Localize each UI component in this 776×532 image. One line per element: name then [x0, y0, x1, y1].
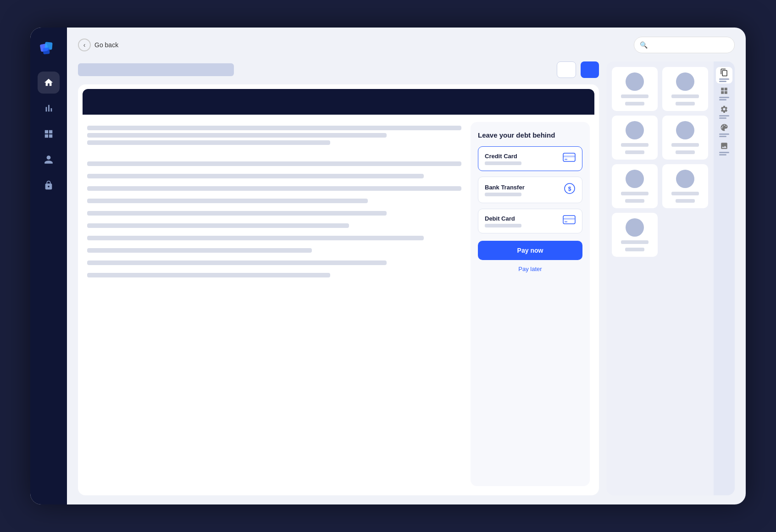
grid-line: [676, 102, 695, 105]
text-content: [87, 122, 461, 486]
toolbar-copy-button[interactable]: [716, 67, 732, 83]
svg-text:$: $: [568, 186, 571, 192]
screen: ‹ Go back 🔍: [30, 28, 746, 504]
text-line: [87, 260, 387, 265]
main-card: Leave your debt behind Credit Card: [78, 84, 599, 495]
breadcrumb-bar: [78, 61, 599, 78]
text-line: [87, 186, 461, 191]
grid-area: [606, 61, 714, 495]
grid-line: [671, 94, 699, 98]
text-line: [87, 174, 424, 178]
credit-card-info: Credit Card: [485, 153, 521, 165]
left-panel: Leave your debt behind Credit Card: [78, 61, 599, 495]
grid-line: [621, 94, 649, 98]
credit-card-name: Credit Card: [485, 153, 521, 160]
grid-card: [612, 67, 658, 111]
avatar: [676, 121, 694, 139]
payment-panel: Leave your debt behind Credit Card: [471, 122, 590, 486]
logo: [39, 39, 59, 59]
top-bar: ‹ Go back 🔍: [78, 37, 735, 53]
back-arrow-icon: ‹: [78, 39, 91, 51]
sidebar-item-lock[interactable]: [38, 174, 60, 196]
sidebar-item-user[interactable]: [38, 149, 60, 171]
secondary-action-button[interactable]: [557, 61, 576, 78]
right-panel: [606, 61, 735, 495]
svg-rect-4: [563, 155, 575, 157]
right-toolbar: [714, 61, 735, 495]
bank-transfer-option[interactable]: Bank Transfer $: [478, 177, 582, 203]
content-row: Leave your debt behind Credit Card: [78, 61, 735, 495]
credit-card-option[interactable]: Credit Card: [478, 146, 582, 171]
grid-line: [621, 240, 649, 244]
svg-rect-5: [565, 159, 567, 160]
debit-card-icon: [563, 215, 576, 227]
primary-action-button[interactable]: [581, 61, 599, 78]
sidebar-item-home[interactable]: [38, 72, 60, 94]
credit-card-icon: [563, 152, 576, 165]
grid-card: [662, 67, 708, 111]
search-bar[interactable]: 🔍: [634, 37, 735, 53]
text-line: [87, 248, 312, 253]
toolbar-grid-view-button[interactable]: [716, 85, 732, 102]
avatar: [626, 72, 644, 91]
grid-line: [621, 143, 649, 147]
avatar: [676, 170, 694, 188]
bank-transfer-sub: [485, 193, 521, 196]
text-line: [87, 133, 387, 138]
debit-card-info: Debit Card: [485, 215, 521, 227]
sidebar-item-grid[interactable]: [38, 123, 60, 145]
breadcrumb: [78, 63, 234, 76]
text-line: [87, 211, 387, 216]
avatar: [626, 121, 644, 139]
bank-transfer-icon: $: [564, 183, 576, 197]
avatar: [626, 218, 644, 237]
grid-line: [671, 143, 699, 147]
grid-line: [625, 248, 644, 251]
debit-card-option[interactable]: Debit Card: [478, 209, 582, 233]
svg-rect-2: [43, 47, 50, 54]
svg-rect-9: [563, 218, 575, 220]
card-header: [83, 89, 594, 115]
sidebar: [30, 28, 67, 504]
debit-card-name: Debit Card: [485, 215, 521, 222]
main-area: ‹ Go back 🔍: [67, 28, 746, 504]
grid-card: [612, 213, 658, 257]
bank-transfer-info: Bank Transfer: [485, 184, 525, 196]
svg-rect-10: [565, 221, 567, 222]
toolbar-settings-button[interactable]: [716, 104, 732, 120]
payment-title: Leave your debt behind: [478, 131, 582, 139]
go-back-button[interactable]: ‹ Go back: [78, 39, 118, 51]
grid-line: [625, 150, 644, 154]
pay-later-link[interactable]: Pay later: [478, 266, 582, 272]
action-buttons: [557, 61, 599, 78]
debit-card-sub: [485, 224, 521, 227]
text-line: [87, 236, 424, 240]
grid-line: [625, 102, 644, 105]
grid-line: [676, 199, 695, 203]
toolbar-palette-button[interactable]: [716, 122, 732, 139]
text-line: [87, 199, 368, 203]
grid-line: [621, 192, 649, 195]
grid-line: [671, 192, 699, 195]
grid-card: [612, 116, 658, 160]
text-line: [87, 223, 349, 228]
credit-card-sub: [485, 161, 521, 165]
go-back-label: Go back: [94, 41, 118, 49]
card-body: Leave your debt behind Credit Card: [78, 115, 599, 495]
grid-card: [612, 164, 658, 208]
search-icon: 🔍: [640, 41, 648, 49]
pay-now-button[interactable]: Pay now: [478, 241, 582, 260]
grid-line: [676, 150, 695, 154]
grid-line: [625, 199, 644, 203]
grid-card: [662, 164, 708, 208]
text-line: [87, 126, 461, 130]
grid-card: [662, 116, 708, 160]
avatar: [676, 72, 694, 91]
avatar: [626, 170, 644, 188]
text-line: [87, 140, 330, 145]
sidebar-item-chart[interactable]: [38, 97, 60, 119]
text-line: [87, 161, 461, 166]
toolbar-image-button[interactable]: [716, 140, 732, 157]
bank-transfer-name: Bank Transfer: [485, 184, 525, 191]
text-line: [87, 273, 330, 277]
